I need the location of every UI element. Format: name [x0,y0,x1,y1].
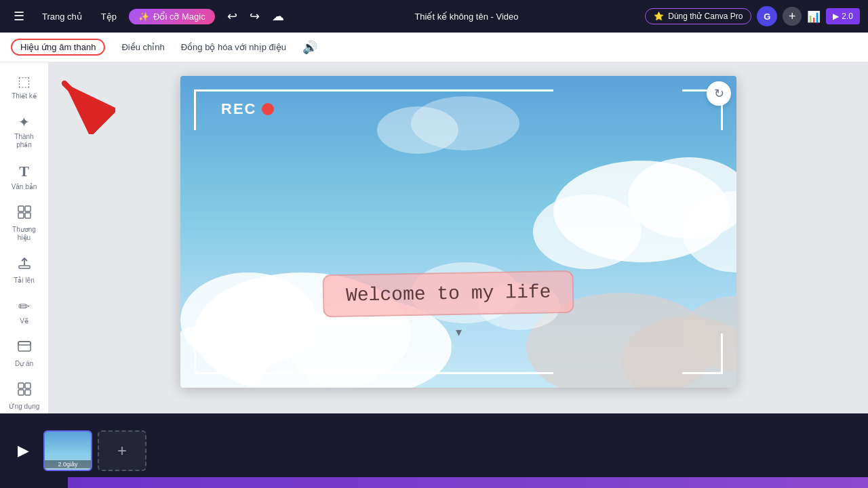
timeline-tracks: 2.0giây + [43,430,146,471]
sidebar-item-draw[interactable]: ✏ Vẽ [3,293,46,331]
draw-icon: ✏ [18,298,30,314]
welcome-text: Welcome to my life [346,281,551,306]
undo-button[interactable]: ↩ [223,6,241,26]
rec-indicator: REC [221,100,274,118]
refresh-button[interactable]: ↻ [707,81,731,106]
projects-label: Dự án [15,360,33,368]
star-icon: ⭐ [654,12,664,21]
design-icon: ⬚ [18,73,31,89]
brand-label: Thương hiệu [7,226,42,242]
left-sidebar: ⬚ Thiết kế ✦ Thành phần T Văn bản Thương… [0,62,49,413]
magic-label: Đổi cỡ Magic [153,12,205,22]
present-button[interactable]: ▶ 2.0 [826,8,860,24]
try-pro-label: Dùng thử Canva Pro [668,12,743,21]
brand-icon [17,205,32,223]
refresh-icon: ↻ [714,86,724,101]
add-track-button[interactable]: + [98,430,146,471]
sidebar-item-brand[interactable]: Thương hiệu [3,199,46,247]
svg-rect-7 [18,342,31,351]
apps-icon [17,382,32,400]
try-pro-button[interactable]: ⭐ Dùng thử Canva Pro [645,8,751,24]
cloud-save-button[interactable]: ☁ [268,6,288,26]
rec-dot [262,103,274,115]
user-avatar[interactable]: G [757,6,777,26]
add-icon: + [117,441,127,460]
svg-rect-9 [18,383,24,388]
sidebar-item-projects[interactable]: Dự án [3,333,46,373]
hamburger-menu[interactable]: ☰ [8,6,30,26]
text-label: Văn bản [12,183,37,191]
home-button[interactable]: Trang chủ [35,9,89,24]
sidebar-item-elements[interactable]: ✦ Thành phần [3,108,46,155]
nav-right-section: ⭐ Dùng thử Canva Pro G + 📊 ▶ 2.0 [645,6,860,26]
svg-rect-11 [18,390,24,395]
svg-rect-5 [25,213,31,218]
audio-effects-tab[interactable]: Hiệu ứng âm thanh [11,39,105,56]
elements-label: Thành phần [7,133,42,149]
design-label: Thiết kế [12,92,36,100]
welcome-text-box[interactable]: Welcome to my life [322,270,574,317]
document-title: Thiết kế không tên - Video [294,12,640,22]
text-icon: T [19,163,29,180]
apps-label: Ứng dụng [9,403,40,411]
svg-rect-2 [18,206,24,211]
svg-rect-10 [25,383,31,388]
rec-label: REC [221,100,256,118]
redo-button[interactable]: ↪ [245,6,264,26]
canvas-area: REC Welcome to my life ↻ ▾ [49,62,868,413]
draw-label: Vẽ [20,317,28,325]
play-icon: ▶ [833,12,839,21]
main-area: ⬚ Thiết kế ✦ Thành phần T Văn bản Thương… [0,62,868,413]
audio-track-bar[interactable] [68,477,868,488]
secondary-navigation: Hiệu ứng âm thanh Điều chỉnh Đồng bộ hóa… [0,33,868,62]
svg-rect-8 [18,342,31,345]
svg-rect-3 [25,206,31,211]
projects-icon [17,339,32,357]
file-button[interactable]: Tệp [94,9,123,24]
adjust-tab[interactable]: Điều chỉnh [121,39,164,55]
play-button[interactable]: ▶ [11,439,35,463]
play-icon: ▶ [18,442,29,460]
nav-actions: ↩ ↪ ☁ [223,6,288,26]
sidebar-item-text[interactable]: T Văn bản [3,157,46,197]
elements-icon: ✦ [18,114,30,130]
sky-background [180,76,736,388]
timeline: ▶ 2.0giây + [0,413,868,488]
svg-rect-6 [19,266,30,268]
upload-icon [17,256,32,274]
sidebar-item-apps[interactable]: Ứng dụng [3,376,46,413]
sidebar-item-upload[interactable]: Tải lên [3,250,46,290]
timeline-toggle[interactable]: ▾ [438,325,479,339]
magic-resize-button[interactable]: ✨ Đổi cỡ Magic [129,9,215,24]
upload-label: Tải lên [14,277,34,285]
sync-beat-tab[interactable]: Đồng bộ hóa với nhịp điệu [181,39,286,55]
chevron-down-icon: ▾ [456,325,462,340]
video-canvas[interactable]: REC Welcome to my life ↻ [180,76,736,388]
play-label: 2.0 [842,12,853,21]
add-collaborator-button[interactable]: + [783,7,802,26]
track-thumbnail-1[interactable]: 2.0giây [43,430,92,471]
track-duration-label: 2.0giây [45,460,91,468]
svg-rect-12 [25,390,31,395]
top-navigation: ☰ Trang chủ Tệp ✨ Đổi cỡ Magic ↩ ↪ ☁ Thi… [0,0,868,33]
sidebar-item-design[interactable]: ⬚ Thiết kế [3,68,46,106]
magic-icon: ✨ [138,12,149,22]
svg-rect-4 [18,213,24,218]
volume-icon[interactable]: 🔊 [302,40,317,55]
analytics-button[interactable]: 📊 [807,10,821,23]
